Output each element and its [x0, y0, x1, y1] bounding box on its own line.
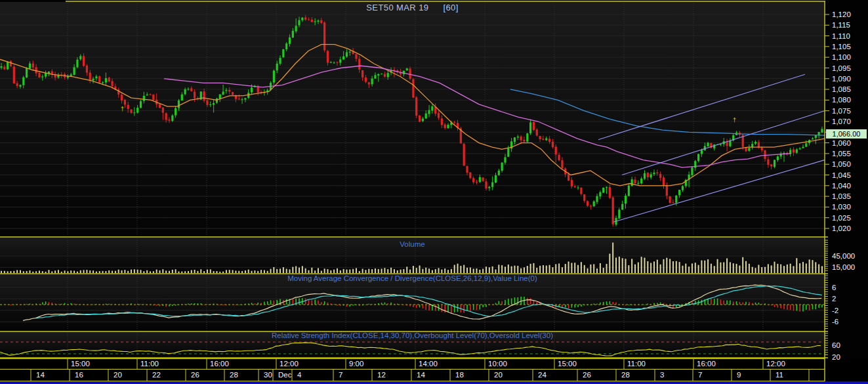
time-label: 9:00 [349, 360, 363, 368]
bottom-strip [0, 381, 868, 384]
panel-backgrounds [0, 2, 868, 381]
trade-marker: † [733, 117, 736, 123]
axis-tick-label: 1,050 [832, 160, 851, 168]
time-label: 11:00 [627, 360, 646, 368]
volume-panel-title: Volume [0, 240, 825, 248]
axis-tick-label: 1,025 [832, 214, 851, 222]
date-label: 22 [152, 371, 161, 379]
time-label: 12:00 [766, 360, 785, 368]
price-axis[interactable]: 1,1201,1151,1101,1051,1001,0951,0901,085… [825, 11, 855, 361]
axis-tick-label: 1,115 [832, 21, 850, 29]
last-price-tag: 1,066.00 [826, 129, 867, 139]
time-label: 14:00 [419, 360, 438, 368]
date-label: 14 [36, 371, 45, 379]
axis-tick-label: 6 [832, 284, 836, 291]
axis-tick-label: 1,045 [832, 171, 851, 179]
date-label: 3 [660, 371, 664, 379]
date-label: 11 [775, 371, 783, 379]
axis-tick-label: 1,055 [832, 150, 851, 158]
date-label: 18 [455, 371, 464, 379]
axis-tick-label: 1,035 [832, 192, 851, 200]
time-label: 16:00 [697, 360, 716, 368]
axis-tick-label: 1,120 [832, 11, 851, 18]
time-label: 15:00 [558, 360, 577, 368]
axis-tick-label: 1,100 [832, 53, 851, 61]
axis-tick-label: 1,070 [832, 117, 851, 125]
axis-tick-label: -2 [832, 307, 838, 314]
date-label: 20 [114, 371, 122, 379]
axis-tick-label: 1,105 [832, 43, 851, 51]
time-label: 16:00 [210, 360, 229, 368]
axis-tick-label: 20 [832, 353, 840, 361]
date-label: 12 [377, 371, 386, 379]
date-label: 7 [698, 371, 702, 379]
date-label: 16 [75, 371, 83, 379]
time-label: 15:00 [71, 360, 90, 368]
date-label: Dec [278, 371, 292, 379]
date-label: 9 [737, 371, 741, 379]
axis-tick-label: 60 [832, 341, 840, 349]
axis-tick-label: 1,085 [832, 85, 851, 93]
date-label: 7 [339, 371, 342, 379]
chart-interval-badge: [60] [443, 3, 458, 12]
date-label: 28 [621, 371, 630, 379]
axis-tick-label: 1,060 [832, 139, 851, 147]
date-label: 26 [191, 371, 199, 379]
date-label: 26 [583, 371, 591, 379]
chart-symbol: SET50 MAR 19 [366, 3, 428, 12]
axis-tick-label: 1,095 [832, 64, 851, 72]
axis-tick-label: 2 [832, 295, 836, 303]
rsi-panel-title: Relative Strength Index(CLOSE,14,30,70),… [0, 331, 825, 339]
axis-tick-label: 1,090 [832, 75, 851, 83]
axis-tick-label: -6 [832, 318, 838, 326]
trade-marker: † [121, 106, 124, 112]
date-label: 4 [297, 371, 302, 379]
axis-tick-label: 1,040 [832, 182, 851, 190]
date-label: 14 [417, 371, 425, 379]
date-label: 20 [494, 371, 503, 379]
macd-panel-title: Moving Average Convergence / Divergence(… [0, 274, 825, 282]
date-label: 30 [264, 371, 272, 379]
axis-tick-label: 1,030 [832, 203, 851, 211]
axis-tick-label: 15,000 [832, 263, 855, 271]
chart-title: SET50 MAR 19[60] [0, 3, 825, 12]
chart-canvas[interactable]: 1,1201,1151,1101,1051,1001,0951,0901,085… [0, 0, 868, 384]
date-label: 28 [230, 371, 238, 379]
time-label: 11:00 [140, 360, 159, 368]
date-label: 24 [538, 371, 547, 379]
window-bottom-edge [0, 381, 868, 384]
time-label: 10:00 [488, 360, 507, 368]
axis-tick-label: 1,110 [832, 32, 850, 40]
axis-tick-label: 1,080 [832, 96, 851, 104]
time-label: 12:00 [279, 360, 299, 368]
axis-tick-label: 1,020 [832, 224, 851, 232]
trading-chart-window: 1,1201,1151,1101,1051,1001,0951,0901,085… [0, 0, 868, 384]
axis-tick-label: 45,000 [832, 252, 855, 260]
axis-tick-label: 1,075 [832, 107, 851, 115]
